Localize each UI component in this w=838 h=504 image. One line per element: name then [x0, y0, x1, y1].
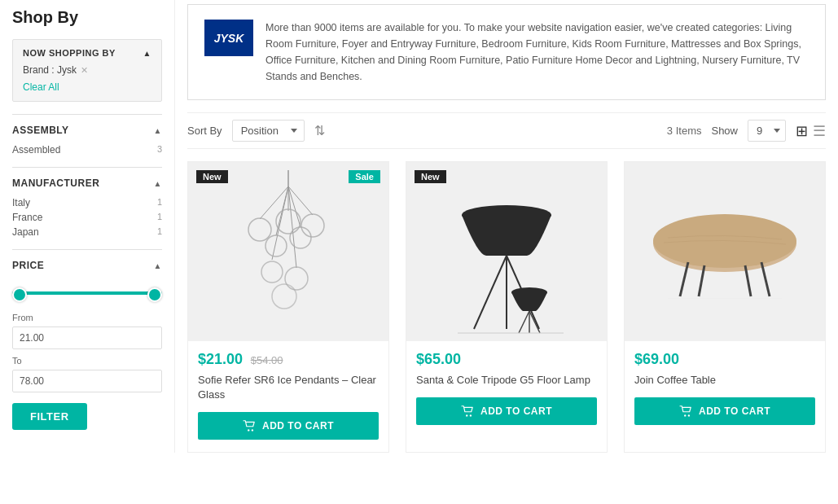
svg-point-16	[248, 430, 249, 432]
manufacturer-item-label: France	[12, 212, 42, 223]
main-content: JYSK More than 9000 items are available …	[175, 0, 838, 453]
svg-line-19	[474, 256, 507, 329]
svg-point-36	[684, 414, 686, 416]
add-to-cart-label-3: ADD TO CART	[699, 405, 770, 417]
price-slider[interactable]	[12, 278, 162, 313]
product-info-1: $21.00 $54.00 Sofie Refer SR6 Ice Pendan…	[188, 341, 388, 452]
product-info-3: $69.00 Join Coffee Table ADD TO CART	[625, 341, 825, 437]
show-label: Show	[711, 125, 738, 137]
brand-label: Brand	[23, 64, 49, 76]
svg-line-23	[519, 311, 529, 333]
svg-point-37	[688, 414, 690, 416]
now-shopping-arrow-icon: ▲	[143, 49, 151, 58]
sort-by-label: Sort By	[187, 125, 222, 137]
assembly-item-label: Assembled	[12, 144, 60, 156]
product-card-2: New	[406, 161, 608, 453]
cart-icon-2	[461, 405, 474, 417]
toolbar: Sort By Position Name Price ⇅ 3 Items Sh…	[187, 112, 826, 149]
manufacturer-header[interactable]: MANUFACTURER ▲	[12, 177, 162, 189]
brand-tag: Brand : Jysk ✕	[23, 64, 151, 76]
grid-view-icon[interactable]: ⊞	[796, 122, 808, 140]
svg-point-17	[252, 430, 253, 432]
assembly-header[interactable]: ASSEMBLY ▲	[12, 125, 162, 136]
sort-direction-icon[interactable]: ⇅	[314, 123, 325, 138]
price-from-input[interactable]	[12, 327, 162, 349]
manufacturer-item-italy[interactable]: Italy 1	[12, 195, 162, 210]
sidebar-title: Shop By	[12, 8, 162, 27]
manufacturer-item-count: 1	[157, 226, 162, 238]
manufacturer-item-label: Italy	[12, 197, 30, 208]
svg-line-31	[680, 262, 688, 296]
cart-icon-3	[679, 405, 692, 417]
product-image-svg-1	[235, 170, 341, 333]
price-current-1: $21.00	[198, 351, 243, 367]
now-shopping-header: NOW SHOPPING BY ▲	[23, 48, 151, 58]
cart-icon-1	[243, 420, 256, 432]
svg-point-27	[466, 414, 467, 416]
manufacturer-item-label: Japan	[12, 226, 39, 238]
now-shopping-box: NOW SHOPPING BY ▲ Brand : Jysk ✕ Clear A…	[12, 39, 162, 102]
banner-description: More than 9000 items are available for y…	[265, 20, 809, 85]
items-count: 3 Items	[667, 125, 702, 137]
sort-select[interactable]: Position Name Price	[232, 120, 305, 142]
price-header[interactable]: PRICE ▲	[12, 260, 162, 271]
add-to-cart-button-1[interactable]: ADD TO CART	[198, 412, 379, 440]
product-name-1: Sofie Refer SR6 Ice Pendants – Clear Gla…	[198, 373, 379, 402]
clear-all-link[interactable]: Clear All	[23, 81, 59, 93]
svg-point-13	[261, 261, 283, 283]
banner: JYSK More than 9000 items are available …	[187, 4, 826, 100]
product-card-1: New Sale	[187, 161, 389, 453]
price-to-input[interactable]	[12, 370, 162, 392]
badge-new-1: New	[196, 170, 228, 183]
product-price-3: $69.00	[634, 351, 815, 368]
price-current-2: $65.00	[416, 351, 461, 367]
remove-brand-button[interactable]: ✕	[81, 65, 88, 75]
svg-point-30	[653, 214, 796, 268]
product-image-1: New Sale	[188, 162, 388, 341]
assembly-filter: ASSEMBLY ▲ Assembled 3	[12, 114, 162, 167]
svg-point-15	[272, 284, 296, 309]
product-name-3: Join Coffee Table	[634, 373, 815, 388]
svg-line-5	[288, 186, 313, 215]
price-old-1: $54.00	[251, 354, 283, 366]
now-shopping-label: NOW SHOPPING BY	[23, 48, 116, 58]
assembly-item-assembled[interactable]: Assembled 3	[12, 142, 162, 157]
add-to-cart-label-2: ADD TO CART	[480, 405, 552, 417]
svg-point-12	[301, 214, 324, 237]
manufacturer-item-count: 1	[157, 197, 162, 208]
manufacturer-item-japan[interactable]: Japan 1	[12, 225, 162, 239]
product-price-2: $65.00	[416, 351, 597, 368]
svg-point-14	[285, 267, 308, 290]
product-image-svg-2	[433, 166, 580, 337]
product-image-3	[625, 162, 825, 341]
assembly-item-count: 3	[157, 144, 162, 156]
assembly-label: ASSEMBLY	[12, 125, 69, 136]
svg-line-34	[761, 262, 770, 296]
add-to-cart-label-1: ADD TO CART	[262, 420, 334, 432]
price-to-label: To	[12, 356, 162, 366]
manufacturer-label: MANUFACTURER	[12, 177, 99, 189]
price-filter: PRICE ▲ From To FILTER	[12, 249, 162, 440]
product-image-svg-3	[643, 199, 806, 305]
manufacturer-item-france[interactable]: France 1	[12, 210, 162, 225]
add-to-cart-button-3[interactable]: ADD TO CART	[634, 397, 815, 425]
show-select[interactable]: 9 18 36	[748, 120, 786, 142]
price-label: PRICE	[12, 260, 44, 271]
sidebar: Shop By NOW SHOPPING BY ▲ Brand : Jysk ✕…	[0, 0, 175, 453]
product-image-2: New	[406, 162, 607, 341]
list-view-icon[interactable]: ☰	[813, 122, 826, 140]
badge-sale-1: Sale	[349, 170, 380, 183]
logo-text: JYSK	[214, 32, 244, 45]
add-to-cart-button-2[interactable]: ADD TO CART	[416, 397, 597, 425]
svg-point-8	[248, 218, 271, 241]
product-card-3: $69.00 Join Coffee Table ADD TO CART	[624, 161, 826, 453]
filter-button[interactable]: FILTER	[12, 403, 87, 430]
product-name-2: Santa & Cole Tripode G5 Floor Lamp	[416, 373, 597, 388]
manufacturer-arrow-icon: ▲	[154, 179, 162, 188]
brand-value: Jysk	[57, 64, 77, 76]
manufacturer-item-count: 1	[157, 212, 162, 223]
svg-point-9	[265, 235, 287, 256]
manufacturer-filter: MANUFACTURER ▲ Italy 1 France 1 Japan 1	[12, 167, 162, 249]
price-range-track[interactable]	[12, 291, 162, 295]
jysk-logo: JYSK	[204, 20, 253, 56]
